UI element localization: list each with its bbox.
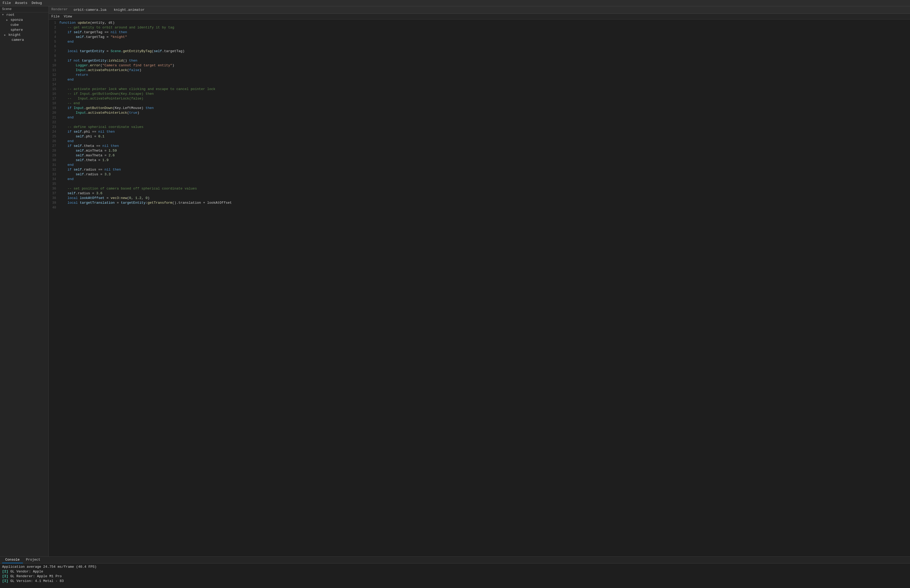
op-token: .radius == bbox=[82, 168, 105, 171]
line-content[interactable]: -- Input.activatePointerLock(false) bbox=[59, 96, 910, 101]
line-content[interactable]: Input.activatePointerLock(true) bbox=[59, 111, 910, 115]
file-view-item-view[interactable]: View bbox=[64, 15, 72, 18]
line-content[interactable] bbox=[59, 182, 910, 186]
line-content[interactable]: local targetTranslation = targetEntity:g… bbox=[59, 200, 910, 205]
line-content[interactable]: end bbox=[59, 39, 910, 44]
line-content[interactable]: end bbox=[59, 139, 910, 144]
line-content[interactable]: -- if Input.getButtonDown(Key.Escape) th… bbox=[59, 92, 910, 96]
op-token bbox=[59, 106, 68, 110]
line-number: 10 bbox=[49, 63, 59, 68]
line-content[interactable]: if self.theta == nil then bbox=[59, 144, 910, 149]
line-number: 24 bbox=[49, 129, 59, 134]
sidebar-item-sponza[interactable]: ▶sponza bbox=[0, 17, 48, 23]
line-content[interactable]: if Input.getButtonDown(Key.LeftMouse) th… bbox=[59, 106, 910, 111]
bottom-tab-console[interactable]: Console bbox=[2, 557, 23, 563]
sidebar-item-sphere[interactable]: sphere bbox=[0, 27, 48, 32]
code-line: 40 bbox=[49, 205, 910, 210]
code-editor[interactable]: 1function update(entity, dt)2 -- get ent… bbox=[49, 19, 910, 556]
line-content[interactable]: if self.targetTag == nil then bbox=[59, 30, 910, 35]
line-content[interactable] bbox=[59, 205, 910, 210]
comment-token: -- Input.activatePointerLock(false) bbox=[59, 97, 144, 100]
line-content[interactable]: local targetEntity = Scene.getEntityByTa… bbox=[59, 49, 910, 54]
op-token: .targetTag) bbox=[162, 49, 184, 53]
line-number: 23 bbox=[49, 125, 59, 129]
cls-token: Input bbox=[76, 68, 86, 72]
line-content[interactable]: self.theta = 1.9 bbox=[59, 158, 910, 163]
file-view-bar: FileView bbox=[49, 14, 910, 19]
line-content[interactable]: return bbox=[59, 73, 910, 78]
line-number: 29 bbox=[49, 153, 59, 158]
kw-token: end bbox=[68, 177, 73, 181]
op-token: ) bbox=[139, 68, 141, 72]
renderer-tab-orbit-camera[interactable]: orbit-camera.lua bbox=[72, 7, 108, 12]
line-content[interactable]: if self.phi == nil then bbox=[59, 129, 910, 134]
line-number: 18 bbox=[49, 101, 59, 106]
code-line: 4 self.targetTag = "knight" bbox=[49, 35, 910, 39]
sidebar: Scene ▼root▶sponzacubesphere▶knightcamer… bbox=[0, 6, 49, 556]
line-content[interactable]: -- define spherical coordinate values bbox=[59, 125, 910, 129]
var-token: self bbox=[74, 30, 82, 34]
sidebar-item-knight[interactable]: ▶knight bbox=[0, 32, 48, 37]
bottom-tab-project[interactable]: Project bbox=[23, 557, 44, 563]
menu-item-debug[interactable]: Debug bbox=[32, 1, 42, 5]
code-line: 29 self.maxTheta = 2.6 bbox=[49, 153, 910, 158]
line-content[interactable]: if self.radius == nil then bbox=[59, 167, 910, 172]
sidebar-item-camera[interactable]: camera bbox=[0, 37, 48, 42]
sidebar-item-cube[interactable]: cube bbox=[0, 23, 48, 27]
kw-token: then bbox=[113, 168, 121, 171]
kw-token: end bbox=[68, 139, 73, 143]
tree-item-label: root bbox=[6, 13, 15, 17]
code-line: 36 -- set position of camera based off s… bbox=[49, 186, 910, 191]
renderer-bar: Renderer orbit-camera.luaknight.animator bbox=[49, 6, 910, 14]
line-content[interactable]: self.targetTag = "knight" bbox=[59, 35, 910, 39]
line-content[interactable]: end bbox=[59, 78, 910, 82]
line-content[interactable]: Input.activatePointerLock(false) bbox=[59, 68, 910, 73]
line-content[interactable] bbox=[59, 82, 910, 87]
renderer-tab-knight-animator[interactable]: knight.animator bbox=[112, 7, 146, 12]
cls-token: Logger bbox=[76, 63, 88, 67]
code-line: 5 end bbox=[49, 39, 910, 44]
line-content[interactable]: self.radius = 3.3 bbox=[59, 172, 910, 177]
kw-token: return bbox=[76, 73, 88, 77]
op-token: ().translation + lookAtOffset bbox=[172, 201, 232, 205]
line-content[interactable] bbox=[59, 120, 910, 125]
line-content[interactable] bbox=[59, 44, 910, 49]
line-content[interactable]: -- get entity to orbit around and identi… bbox=[59, 25, 910, 30]
arrow-icon: ▼ bbox=[2, 13, 5, 16]
line-content[interactable]: local lookAtOffset = vec3:new(0, 1.2, 0) bbox=[59, 196, 910, 200]
line-content[interactable]: end bbox=[59, 177, 910, 182]
sidebar-item-root[interactable]: ▼root bbox=[0, 12, 48, 17]
line-content[interactable]: end bbox=[59, 115, 910, 120]
console-prefix: [I] bbox=[2, 579, 8, 583]
op-token: .theta = bbox=[84, 158, 102, 162]
line-content[interactable]: self.maxTheta = 2.6 bbox=[59, 153, 910, 158]
line-content[interactable]: -- end bbox=[59, 101, 910, 106]
fn-token: new bbox=[121, 196, 127, 200]
kw-token: if bbox=[68, 106, 73, 110]
line-content[interactable]: self.minTheta = 1.59 bbox=[59, 149, 910, 153]
code-line: 28 self.minTheta = 1.59 bbox=[49, 149, 910, 153]
line-content[interactable]: -- set position of camera based off sphe… bbox=[59, 186, 910, 191]
line-number: 13 bbox=[49, 78, 59, 82]
line-content[interactable]: -- activate pointer lock when clicking a… bbox=[59, 87, 910, 92]
var-token: self bbox=[76, 35, 84, 39]
op-token bbox=[59, 173, 76, 176]
line-content[interactable]: Logger.error("Camera cannot find target … bbox=[59, 63, 910, 68]
menu-item-assets[interactable]: Assets bbox=[15, 1, 27, 5]
num-token: 0 bbox=[129, 196, 131, 200]
code-line: 20 Input.activatePointerLock(true) bbox=[49, 111, 910, 115]
line-content[interactable]: self.radius = 3.6 bbox=[59, 191, 910, 196]
code-line: 13 end bbox=[49, 78, 910, 82]
menu-item-file[interactable]: File bbox=[3, 1, 11, 5]
console-line-renderer: [I] GL Renderer: Apple M1 Pro bbox=[2, 574, 908, 579]
file-view-item-file[interactable]: File bbox=[51, 15, 60, 18]
line-content[interactable]: end bbox=[59, 163, 910, 167]
op-token: = bbox=[105, 49, 111, 53]
line-content[interactable]: self.phi = 0.1 bbox=[59, 134, 910, 139]
var-token: self bbox=[74, 130, 82, 134]
op-token bbox=[59, 73, 76, 77]
console-line-vendor: [I] GL Vendor: Apple bbox=[2, 569, 908, 574]
line-content[interactable]: if not targetEntity:isValid() then bbox=[59, 58, 910, 63]
line-content[interactable]: function update(entity, dt) bbox=[59, 21, 910, 25]
line-content[interactable] bbox=[59, 54, 910, 58]
